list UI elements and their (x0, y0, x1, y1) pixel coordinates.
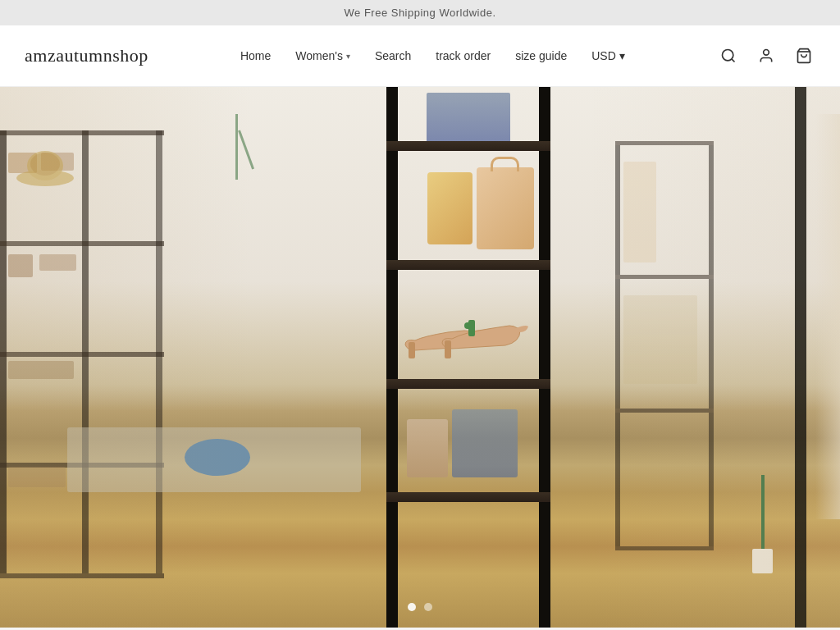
shelf-bags (395, 152, 542, 254)
plant-right (752, 475, 773, 573)
account-button[interactable] (755, 44, 778, 67)
currency-selector[interactable]: USD ▾ (591, 49, 625, 62)
search-button[interactable] (717, 44, 740, 67)
carousel-dot-1[interactable] (408, 603, 416, 611)
main-shelf (386, 87, 550, 628)
svg-point-2 (764, 50, 769, 56)
shelf-plank-1 (386, 141, 550, 151)
shelf-shoes-main (395, 265, 542, 373)
carousel-dots (408, 603, 432, 611)
main-nav: Home Women's ▾ Search track order size g… (240, 49, 625, 62)
navbar: amzautumnshop Home Women's ▾ Search trac… (0, 25, 840, 87)
person-silhouette (815, 114, 840, 519)
nav-track-order[interactable]: track order (436, 49, 491, 62)
bg-shelf-right (615, 141, 714, 546)
nav-home[interactable]: Home (240, 49, 271, 62)
nav-icons (717, 44, 815, 67)
shelf-top-items (399, 93, 538, 141)
cart-button[interactable] (792, 44, 815, 67)
svg-line-1 (732, 59, 735, 62)
nav-search[interactable]: Search (375, 49, 411, 62)
brand-logo[interactable]: amzautumnshop (25, 45, 148, 66)
svg-point-0 (722, 50, 733, 61)
chevron-down-icon: ▾ (346, 52, 350, 61)
nav-size-guide[interactable]: size guide (515, 49, 567, 62)
currency-label: USD (591, 49, 616, 62)
account-icon (758, 48, 774, 64)
hat-display (16, 141, 74, 189)
shelf-plank-4 (386, 492, 550, 502)
carousel-dot-2[interactable] (424, 603, 432, 611)
nav-womens[interactable]: Women's ▾ (295, 49, 350, 62)
search-icon (720, 48, 737, 64)
currency-chevron-icon: ▾ (619, 49, 625, 62)
announcement-text: We Free Shipping Worldwide. (345, 7, 496, 19)
right-shelf-post (795, 87, 806, 628)
bg-plant-left (235, 114, 238, 180)
svg-rect-7 (409, 342, 415, 358)
announcement-bar: We Free Shipping Worldwide. (0, 0, 840, 25)
hero-section (0, 87, 840, 628)
cart-icon (796, 48, 812, 64)
bg-shelf-left (0, 130, 189, 573)
svg-rect-8 (445, 340, 451, 358)
svg-point-6 (30, 153, 60, 176)
svg-rect-10 (464, 322, 475, 329)
nav-womens-label: Women's (295, 49, 343, 62)
shelf-items-bottom (395, 384, 542, 482)
